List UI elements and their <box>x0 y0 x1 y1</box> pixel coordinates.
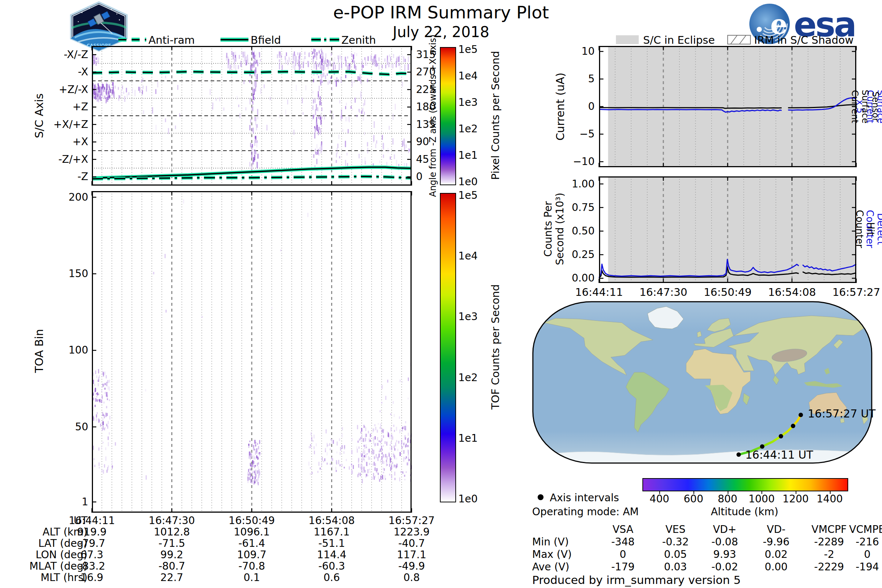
ephemeris-value: 0.1 <box>213 572 290 584</box>
legend-line-solid <box>220 35 249 45</box>
svg-cnt-ytick: 1.00 <box>551 178 595 190</box>
ephemeris-value: 114.4 <box>293 549 370 561</box>
svg-cnt-ytick: 0.50 <box>551 225 595 237</box>
svg-cur-ytick: 10 <box>551 45 595 57</box>
sc-axis-category-label: -Z <box>22 171 88 183</box>
pixel-counts-colorbar-label: Pixel Counts per Second <box>489 51 502 180</box>
ephemeris-value: -80.7 <box>134 560 211 572</box>
track-end-time-label: 16:57:27 UT <box>808 407 876 420</box>
altitude-tick-mark <box>659 490 660 494</box>
ephemeris-value: 16:44:11 <box>53 514 130 526</box>
volt-value: 0.05 <box>650 548 701 560</box>
tof-colorbar-tick: 1e1 <box>458 432 478 444</box>
time-tick-label: 16:50:49 <box>694 286 761 298</box>
legend-line-dashdot <box>310 35 340 45</box>
svg-cnt-ytick: 0.75 <box>551 201 595 213</box>
volt-value: -0.32 <box>650 536 701 548</box>
tof-colorbar-tick: 1e2 <box>458 372 478 384</box>
tof-counts-colorbar-label: TOF Counts per Second <box>489 284 502 410</box>
spectrogram-ylabel: S/C Axis <box>33 93 46 138</box>
time-tick-label: 16:54:08 <box>759 286 825 298</box>
svg-cur-ytick: 5 <box>551 73 595 85</box>
volt-value: -348 <box>597 536 649 548</box>
volt-row-label: Min (V) <box>532 536 569 548</box>
sc-axis-category-label: -Z/+X <box>22 153 88 165</box>
svg-cur-ytick: −10 <box>551 156 595 168</box>
ephemeris-value: 67.3 <box>53 549 130 561</box>
hit-counter-label: Hit Counter <box>854 210 876 248</box>
sensor-surface-current-label: Sensor Surface Current <box>850 90 880 123</box>
volt-row-label: Ave (V) <box>532 561 569 573</box>
altitude-colorbar-label: Altitude (km) <box>689 506 800 518</box>
legend-label: Anti-ram <box>148 34 195 46</box>
toa-tick-label: 50 <box>48 421 88 433</box>
pixel-colorbar-tick: 1e1 <box>458 149 478 161</box>
axis-intervals-dot-icon <box>536 492 545 502</box>
altitude-tick-mark <box>762 490 762 494</box>
volt-value: 9.93 <box>699 548 750 560</box>
toa-ylabel: TOA Bin <box>33 329 46 373</box>
altitude-tick-mark <box>728 490 728 494</box>
angle-tick-label: 180 <box>416 101 435 113</box>
angle-tick-label: 0 <box>416 171 423 183</box>
axis-intervals-label: Axis intervals <box>550 492 619 504</box>
eclipse-legend-swatches <box>616 34 880 46</box>
tof-colorbar-tick: 1e0 <box>458 493 478 505</box>
altitude-tick-label: 1400 <box>808 493 852 505</box>
ephemeris-value: -40.7 <box>373 537 450 549</box>
sc-axis-category-label: +X/+Z <box>22 118 88 130</box>
pixel-colorbar-tick: 1e5 <box>458 44 478 56</box>
ephemeris-value: -71.5 <box>134 537 211 549</box>
toa-tick-label: 1 <box>48 496 88 508</box>
tof-colorbar-tick: 1e5 <box>458 189 478 201</box>
ephemeris-value: 16.9 <box>53 572 130 584</box>
counts-plot <box>599 176 856 283</box>
volt-column-header: VSA <box>597 524 649 536</box>
volt-value: -194 <box>842 561 882 573</box>
ephemeris-value: 1167.1 <box>293 526 370 538</box>
volt-value: 0 <box>597 548 649 560</box>
sc-axis-category-label: +X <box>22 136 88 148</box>
pixel-colorbar-tick: 1e4 <box>458 70 478 82</box>
svg-cnt-ytick: 0.00 <box>551 272 595 284</box>
toa-tick-label: 100 <box>48 344 88 356</box>
sc-axis-category-label: +Z/-X <box>22 83 88 96</box>
ephemeris-value: 1012.8 <box>134 526 211 538</box>
toa-bin-plot <box>92 191 412 513</box>
ephemeris-value: 99.2 <box>134 549 211 561</box>
ephemeris-value: -61.4 <box>213 537 290 549</box>
angle-tick-label: 270 <box>416 66 435 78</box>
volt-value: -179 <box>597 561 649 573</box>
pixel-counts-colorbar <box>440 47 456 185</box>
ephemeris-value: -60.3 <box>293 560 370 572</box>
time-tick-label: 16:47:30 <box>630 286 696 298</box>
ephemeris-value: -49.9 <box>373 560 450 572</box>
ephemeris-value: 117.1 <box>373 549 450 561</box>
altitude-colorbar <box>642 478 848 491</box>
world-map <box>532 301 873 464</box>
volt-column-header: VD+ <box>699 524 750 536</box>
ephemeris-value: 16:50:49 <box>213 514 290 526</box>
irm-summary-page: CASSIOPE e-POP IRM Summary Plot July 22,… <box>0 0 882 588</box>
volt-value: -0.02 <box>699 561 750 573</box>
sc-axis-spectrogram-plot <box>92 46 412 186</box>
sc-axis-category-label: -X/-Z <box>22 48 88 61</box>
toa-tick-label: 200 <box>48 191 88 203</box>
angle-tick-label: 45 <box>416 153 429 165</box>
operating-mode: Operating mode: AM <box>532 506 639 518</box>
ephemeris-value: 16:54:08 <box>293 514 370 526</box>
svg-cur-ytick: 0 <box>551 100 595 112</box>
toa-tick-label: 150 <box>48 267 88 280</box>
angle-tick-label: 315 <box>416 48 435 61</box>
pixel-colorbar-tick: 1e3 <box>458 96 478 108</box>
sc-axis-category-label: +Z <box>22 101 88 113</box>
ephemeris-value: 16:57:27 <box>373 514 450 526</box>
volt-row-label: Max (V) <box>532 548 572 560</box>
tof-counts-colorbar <box>440 193 456 502</box>
ephemeris-value: 1223.9 <box>373 526 450 538</box>
legend-line-dashed <box>118 35 147 45</box>
ephemeris-value: 0.6 <box>293 572 370 584</box>
angle-tick-label: 225 <box>416 83 435 96</box>
volt-value: -216 <box>842 536 882 548</box>
altitude-tick-mark <box>830 490 831 494</box>
